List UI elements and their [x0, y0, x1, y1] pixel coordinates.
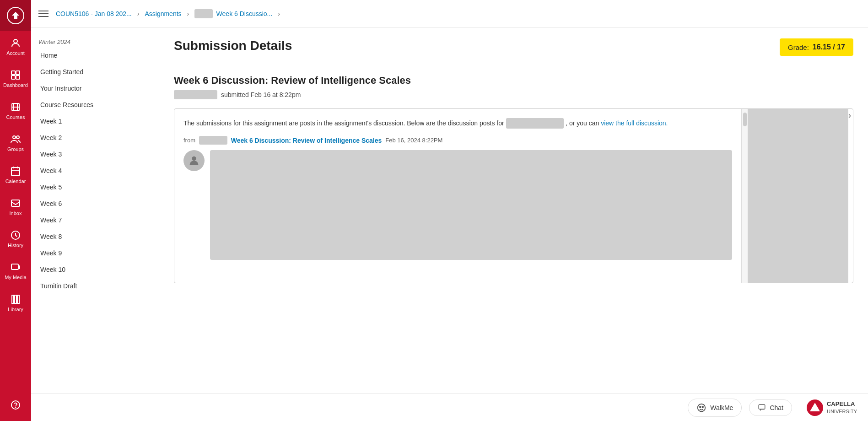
intro-before: The submissions for this assignment are …: [183, 119, 504, 127]
nav-item-getting-started[interactable]: Getting Started: [31, 64, 159, 80]
chat-icon: [758, 404, 766, 412]
right-panel-blur: [748, 109, 848, 283]
nav-item-turnitin[interactable]: Turnitin Draft: [31, 278, 159, 294]
breadcrumb-course[interactable]: COUN5106 - Jan 08 202...: [56, 10, 132, 17]
breadcrumb-sep-1: ›: [137, 10, 140, 17]
grade-value: 16.15 / 17: [813, 43, 845, 51]
course-season: Winter 2024: [31, 35, 159, 47]
page-title: Submission Details: [174, 38, 292, 53]
discussion-header: Week 6 Discussion: Review of Intelligenc…: [174, 75, 853, 99]
breadcrumb-current-page[interactable]: Week 6 Discussio...: [216, 10, 273, 17]
nav-item-week2[interactable]: Week 2: [31, 130, 159, 146]
sidebar-item-dashboard[interactable]: Dashboard: [0, 63, 31, 95]
grade-badge: Grade: 16.15 / 17: [780, 38, 853, 56]
nav-item-week9[interactable]: Week 9: [31, 245, 159, 261]
nav-item-home[interactable]: Home: [31, 47, 159, 64]
avatar: [183, 150, 205, 171]
main-area: COUN5106 - Jan 08 202... › Assignments ›…: [31, 0, 868, 421]
discussion-inner[interactable]: The submissions for this assignment are …: [174, 109, 741, 283]
svg-point-20: [700, 406, 701, 407]
nav-item-week3[interactable]: Week 3: [31, 146, 159, 162]
view-full-discussion-link[interactable]: view the full discussion.: [601, 119, 668, 127]
post-header: from Week 6 Discussion: Review of Intell…: [183, 136, 732, 145]
courseroom-logo[interactable]: [0, 0, 31, 31]
svg-rect-14: [15, 295, 16, 303]
breadcrumb-assignments[interactable]: Assignments: [145, 10, 181, 17]
post-date: Feb 16, 2024 8:22PM: [385, 137, 442, 144]
footer-bar: WalkMe Chat CAPELLA UNIVERSITY: [31, 394, 868, 421]
post-from-label: from: [183, 137, 195, 144]
history-label: History: [8, 243, 23, 248]
inbox-label: Inbox: [10, 210, 22, 216]
right-panel-arrow: ›: [848, 109, 853, 283]
sidebar-item-courses[interactable]: Courses: [0, 95, 31, 127]
topbar: COUN5106 - Jan 08 202... › Assignments ›…: [31, 0, 868, 27]
sidebar-item-calendar[interactable]: Calendar: [0, 159, 31, 191]
submitted-text: submitted Feb 16 at 8:22pm: [221, 91, 301, 98]
sidebar-item-account[interactable]: Account: [0, 31, 31, 63]
mymedia-label: My Media: [5, 275, 27, 281]
post-content-blur: [210, 150, 732, 260]
svg-point-17: [16, 407, 16, 408]
sidebar-item-library[interactable]: Library: [0, 287, 31, 319]
calendar-label: Calendar: [5, 178, 26, 184]
sidebar-item-mymedia[interactable]: My Media: [0, 255, 31, 287]
hamburger-menu[interactable]: [38, 9, 49, 19]
sidebar-item-inbox[interactable]: Inbox: [0, 191, 31, 223]
nav-item-week7[interactable]: Week 7: [31, 212, 159, 228]
svg-rect-13: [12, 295, 14, 303]
sidebar-item-history[interactable]: History: [0, 223, 31, 255]
svg-rect-15: [17, 295, 19, 303]
groups-label: Groups: [7, 146, 24, 152]
walkme-icon: [696, 403, 706, 413]
walkme-button[interactable]: WalkMe: [688, 399, 742, 417]
capella-logo: CAPELLA UNIVERSITY: [807, 399, 857, 416]
discussion-scrollbar[interactable]: [741, 109, 748, 283]
nav-item-week5[interactable]: Week 5: [31, 179, 159, 195]
svg-point-19: [698, 404, 706, 411]
intro-after: , or you can: [566, 119, 599, 127]
nav-item-week1[interactable]: Week 1: [31, 113, 159, 130]
section-divider: [174, 67, 853, 67]
grade-label: Grade:: [788, 43, 809, 51]
submitted-name-blur: [174, 90, 217, 99]
discussion-intro: The submissions for this assignment are …: [183, 118, 732, 129]
post-body: [183, 150, 732, 260]
chat-label: Chat: [770, 404, 783, 411]
svg-point-1: [14, 39, 17, 43]
sidebar-item-help[interactable]: [0, 389, 31, 421]
svg-rect-3: [16, 71, 20, 75]
scrollbar-thumb: [743, 113, 747, 126]
nav-item-course-resources[interactable]: Course Resources: [31, 97, 159, 113]
svg-rect-4: [11, 76, 15, 79]
svg-rect-2: [11, 71, 15, 75]
sidebar-item-groups[interactable]: Groups: [0, 127, 31, 159]
library-label: Library: [8, 307, 23, 313]
svg-rect-22: [759, 405, 766, 409]
nav-item-week4[interactable]: Week 4: [31, 162, 159, 179]
svg-point-21: [702, 406, 704, 407]
svg-point-7: [13, 136, 16, 139]
dashboard-label: Dashboard: [3, 82, 28, 88]
nav-item-week10[interactable]: Week 10: [31, 261, 159, 278]
post-discussion-link[interactable]: Week 6 Discussion: Review of Intelligenc…: [231, 137, 382, 144]
courses-label: Courses: [6, 114, 25, 120]
page-header: Submission Details Grade: 16.15 / 17: [174, 38, 853, 56]
breadcrumb-sep-2: ›: [187, 10, 189, 17]
capella-text: CAPELLA UNIVERSITY: [827, 400, 857, 415]
nav-item-your-instructor[interactable]: Your Instructor: [31, 80, 159, 97]
svg-point-8: [16, 136, 19, 139]
page-content: Submission Details Grade: 16.15 / 17 Wee…: [159, 27, 868, 394]
username-blur: [506, 118, 564, 129]
svg-rect-12: [11, 264, 18, 270]
walkme-label: WalkMe: [710, 404, 733, 411]
capella-name: CAPELLA UNIVERSITY: [827, 400, 857, 415]
post-name-blur: [199, 136, 227, 145]
svg-point-18: [192, 157, 196, 161]
course-navigation: Winter 2024 Home Getting Started Your In…: [31, 27, 159, 394]
content-area: Winter 2024 Home Getting Started Your In…: [31, 27, 868, 394]
chat-button[interactable]: Chat: [749, 399, 792, 416]
nav-item-week8[interactable]: Week 8: [31, 228, 159, 245]
nav-item-week6[interactable]: Week 6: [31, 195, 159, 212]
breadcrumb-middle: [194, 9, 212, 18]
